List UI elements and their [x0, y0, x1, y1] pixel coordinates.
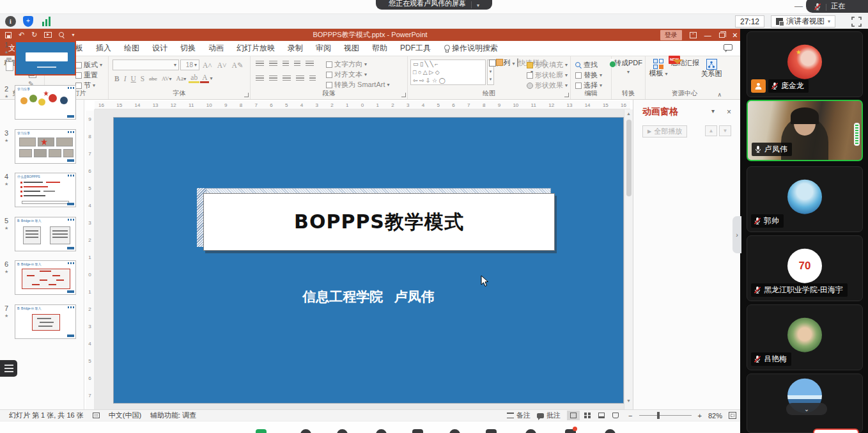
templates-button[interactable]: 模板 ▾	[647, 59, 670, 78]
find-button[interactable]: 查找	[575, 60, 598, 70]
clear-format-button[interactable]: A✎	[230, 61, 245, 70]
highlight-button[interactable]: ab	[189, 74, 199, 83]
move-later-button[interactable]: ▼	[719, 125, 731, 136]
char-spacing-button[interactable]: AV▾	[160, 75, 174, 82]
sidebar-collapse-handle[interactable]: ›	[732, 216, 741, 253]
tab-view[interactable]: 视图	[337, 41, 366, 56]
more-participants-button[interactable]: ⌄	[786, 403, 827, 415]
font-dialog-launcher[interactable]	[244, 93, 249, 97]
align-center-icon[interactable]	[269, 75, 277, 82]
font-color-button[interactable]: A	[200, 74, 209, 83]
slide-subtitle[interactable]: 信息工程学院 卢凤伟	[114, 288, 623, 306]
comments-toggle[interactable]: 批注	[537, 411, 561, 420]
align-text-button[interactable]: 对齐文本▾	[326, 70, 367, 79]
increase-indent-icon[interactable]	[294, 61, 300, 67]
red-outline-button-partial[interactable]	[813, 429, 859, 433]
align-left-icon[interactable]	[256, 75, 264, 82]
restore-button[interactable]	[719, 33, 725, 38]
change-case-button[interactable]: Aa▾	[174, 75, 189, 82]
meeting-toolbar-icon[interactable]	[376, 429, 387, 433]
move-earlier-button[interactable]: ▲	[705, 125, 717, 136]
shapes-gallery[interactable]: ▭ ▯ ╲ ╲ ⌐ □ ○ △ ▷ ◇ ⇦ ⇨ ⇩ ☆ ◯	[410, 59, 486, 85]
grow-font-button[interactable]: A˄	[201, 61, 214, 69]
drawing-dialog-launcher[interactable]	[564, 93, 569, 97]
participant-tile[interactable]: 郭帅	[747, 166, 863, 232]
slide-thumb-6[interactable]: B: Bridge-in 导入	[15, 260, 76, 295]
close-button[interactable]: ×	[732, 30, 738, 40]
language-indicator[interactable]: 中文(中国)	[109, 411, 141, 420]
columns-icon[interactable]	[309, 75, 316, 82]
notes-toggle[interactable]: 备注	[507, 411, 531, 420]
scroll-down-icon[interactable]: ▼	[624, 397, 633, 405]
banner-dropdown-icon[interactable]: ▾	[477, 3, 479, 8]
tab-review[interactable]: 审阅	[309, 41, 337, 56]
align-right-icon[interactable]	[283, 75, 291, 82]
slide-thumb-4[interactable]: 什么是BOPPPS	[15, 173, 76, 207]
slide-thumb-2[interactable]: 学习分享	[15, 85, 76, 120]
paragraph-dialog-launcher[interactable]	[401, 93, 406, 97]
participant-tile[interactable]: 吕艳梅	[747, 304, 863, 370]
slide-thumb-7[interactable]: B: Bridge-in 导入	[15, 304, 76, 339]
tab-insert[interactable]: 插入	[89, 41, 118, 56]
watching-banner[interactable]: 您正在观看卢凤伟的屏幕 ▾	[376, 0, 492, 10]
display-settings-icon[interactable]	[93, 413, 100, 418]
arrange-button[interactable]: 排列 ▾	[496, 59, 515, 68]
tab-slideshow[interactable]: 幻灯片放映	[230, 41, 281, 56]
tab-record[interactable]: 录制	[281, 41, 309, 56]
slide-thumb-5[interactable]: B: Bridge-in 导入	[15, 217, 76, 251]
slide[interactable]: BOPPPS教学模式 信息工程学院 卢凤伟	[114, 118, 623, 403]
participant-tile[interactable]: 70 黑龙江职业学院-田海宇	[747, 235, 863, 301]
os-minimize-icon[interactable]: —	[794, 1, 803, 11]
animation-pane-close-icon[interactable]: ×	[727, 107, 731, 116]
scroll-thumb[interactable]	[626, 120, 632, 196]
participant-tile-speaking[interactable]: 卢凤伟	[747, 100, 863, 161]
meeting-toolbar-icon[interactable]	[486, 429, 497, 433]
decrease-indent-icon[interactable]	[283, 61, 289, 67]
signin-button[interactable]: 登录	[660, 30, 682, 40]
tab-draw[interactable]: 绘图	[118, 41, 146, 56]
tell-me-search[interactable]: 操作说明搜索	[437, 41, 504, 56]
font-size-box[interactable]: 18▾	[180, 59, 199, 70]
text-direction-button[interactable]: 文字方向▾	[326, 59, 367, 69]
summary-report-button[interactable]: NEW 总结汇报	[670, 59, 701, 67]
fullscreen-icon[interactable]	[851, 17, 862, 27]
accessibility-status[interactable]: 辅助功能: 调查	[150, 411, 196, 420]
bullets-icon[interactable]	[256, 61, 264, 67]
slide-thumb-3[interactable]: 学习分享	[15, 129, 76, 164]
relation-diagram-button[interactable]: 关系图	[701, 59, 722, 78]
slide-thumb-1[interactable]	[15, 41, 76, 75]
meeting-toolbar-icon[interactable]	[412, 429, 423, 433]
tab-help[interactable]: 帮助	[366, 41, 394, 56]
participant-tile[interactable]: ★ 庞金龙	[747, 31, 863, 97]
meeting-toolbar-share-icon[interactable]	[256, 429, 267, 433]
tab-design[interactable]: 设计	[146, 41, 174, 56]
strikethrough-button[interactable]: abc	[147, 75, 159, 82]
underline-button[interactable]: U	[129, 75, 138, 83]
line-spacing-icon[interactable]	[306, 61, 314, 67]
zoom-in-button[interactable]: +	[698, 412, 702, 420]
info-icon[interactable]: i	[5, 16, 16, 27]
numbering-icon[interactable]	[269, 61, 277, 67]
scroll-up-icon[interactable]: ▲	[624, 109, 633, 118]
tab-transitions[interactable]: 切换	[174, 41, 202, 56]
meeting-toolbar-icon[interactable]	[300, 429, 311, 433]
tab-animations[interactable]: 动画	[202, 41, 230, 56]
meeting-toolbar-icon[interactable]	[337, 429, 348, 433]
normal-view-button[interactable]	[567, 411, 580, 420]
reading-view-button[interactable]	[595, 411, 608, 420]
font-name-box[interactable]: ▾	[112, 59, 179, 70]
stats-bars-icon[interactable]	[42, 17, 52, 26]
play-all-button[interactable]: ▶ 全部播放	[642, 125, 687, 138]
fit-to-window-icon[interactable]	[729, 412, 736, 419]
italic-button[interactable]: I	[122, 75, 128, 83]
meeting-toolbar-icon[interactable]	[449, 429, 460, 433]
reset-button[interactable]: 重置	[75, 70, 98, 80]
collapse-ribbon-icon[interactable]: ∧	[717, 91, 722, 98]
slide-sorter-view-button[interactable]	[581, 411, 594, 420]
justify-icon[interactable]	[296, 75, 304, 82]
replace-button[interactable]: 替换▾	[575, 70, 602, 80]
font-color-caret-icon[interactable]: ▾	[210, 75, 212, 81]
shape-fill-button[interactable]: 形状填充▾	[527, 60, 568, 70]
floating-list-widget[interactable]	[0, 360, 17, 377]
comments-icon[interactable]	[724, 44, 732, 51]
